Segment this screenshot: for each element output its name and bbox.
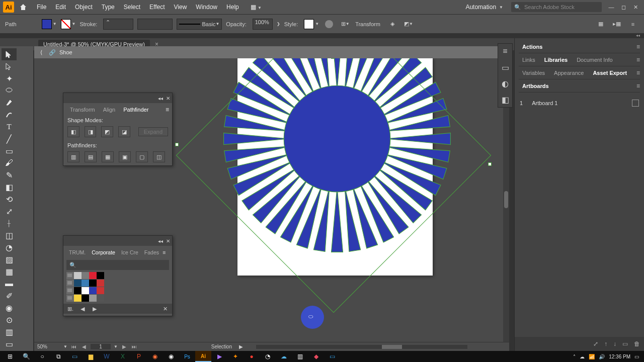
tray-cloud-icon[interactable]: ☁ [580,354,585,359]
eyedropper-tool[interactable]: ✐ [2,290,17,302]
menu-type[interactable]: Type [97,4,119,11]
outline-button[interactable]: ▢ [136,151,148,162]
tray-notifications-icon[interactable]: ▭ [634,354,639,359]
taskbar-powerpoint[interactable]: P [131,351,147,362]
actions-tab[interactable]: Actions [519,42,546,51]
cortana-icon[interactable]: ○ [34,351,50,362]
swatch[interactable] [82,295,89,302]
perspective-tool[interactable]: ▨ [2,253,17,265]
first-artboard-icon[interactable]: ⏮ [70,344,77,349]
scale-tool[interactable]: ⤢ [2,205,17,217]
home-icon[interactable] [19,3,27,11]
search-stock-input[interactable]: 🔍 Search Adobe Stock [511,2,602,12]
next-artboard-icon[interactable]: ▶ [121,344,128,349]
menu-help[interactable]: Help [222,4,244,11]
menu-select[interactable]: Select [119,4,145,11]
panel-toggle-icon[interactable]: ≡ [500,46,511,57]
swatch[interactable] [97,287,104,294]
taskbar-search-icon[interactable]: 🔍 [18,351,34,362]
bbox-handle-right[interactable] [488,162,492,166]
exclude-button[interactable]: ◪ [118,126,130,137]
maximize-button[interactable]: ◻ [618,3,629,12]
layers-icon[interactable]: ◧ [500,94,511,105]
taskview-icon[interactable]: ⧉ [50,351,66,362]
type-tool[interactable]: T [2,121,17,133]
close-button[interactable]: ✕ [630,3,641,12]
tray-clock[interactable]: 12:36 PM [609,354,630,359]
graph-tool[interactable]: ▥ [2,326,17,338]
taskbar-app3[interactable]: ✦ [227,351,244,362]
docinfo-tab[interactable]: Document Info [573,55,616,64]
swatch-tab-1[interactable]: Corporate [89,248,118,257]
curvature-tool[interactable] [2,109,17,121]
crop-button[interactable]: ▣ [119,151,131,162]
var-width-profile[interactable] [137,19,173,30]
prev-artboard-icon[interactable]: ◀ [80,344,88,349]
trim-button[interactable]: ▤ [85,151,97,162]
graphic-style-control[interactable]: ▼ [304,19,319,29]
zoom-level[interactable]: 50% [37,344,60,349]
stroke-color-control[interactable]: ▼ [61,19,76,29]
panel-close-icon[interactable]: ✕ [166,96,170,101]
taskbar-explorer[interactable]: ▆ [83,351,99,362]
eraser-tool[interactable]: ◧ [2,181,17,193]
taskbar-app7[interactable]: ▥ [292,351,308,362]
bbox-handle-left[interactable] [175,143,179,146]
zoom-dropdown[interactable]: ▼ [63,344,67,349]
swatch[interactable] [74,272,82,279]
taskbar-excel[interactable]: X [115,351,131,362]
delete-artboard-icon[interactable]: 🗑 [634,340,640,347]
taskbar-app8[interactable]: ◆ [308,351,324,362]
bbox-handle-top[interactable] [331,58,335,59]
opacity-input[interactable]: 100% [253,19,273,30]
swatch-tab-3[interactable]: Fades [142,248,162,257]
properties-icon[interactable]: ▭ [500,62,511,73]
pen-tool[interactable] [2,97,17,109]
line-tool[interactable]: ╱ [2,133,17,145]
paintbrush-tool[interactable]: 🖌 [2,157,17,169]
align-icon[interactable]: ⊞▼ [339,18,351,30]
swatch-search-input[interactable]: 🔍 [66,260,169,270]
menu-view[interactable]: View [170,4,192,11]
move-up-icon[interactable]: ↑ [604,340,607,347]
isolate-icon[interactable]: ◈ [386,18,398,30]
panel-collapse-icon[interactable]: ◂◂ [158,238,163,244]
menu-effect[interactable]: Effect [145,4,169,11]
swatch[interactable] [97,295,104,302]
swatch-tab-0[interactable]: TRUM. [66,248,88,257]
panel-close-icon[interactable]: ✕ [166,238,170,244]
swatch[interactable] [82,287,89,294]
snap-pixel-icon[interactable]: ▦ [595,18,607,30]
status-play-icon[interactable]: ▶ [239,344,243,349]
swatch[interactable] [89,280,97,287]
tray-volume-icon[interactable]: 🔊 [599,354,605,359]
appearance-tab[interactable]: Appearance [550,68,587,77]
swatch-next-icon[interactable]: ▶ [91,305,99,313]
taskbar-firefox[interactable]: ◉ [147,351,163,362]
new-artboard-icon[interactable]: ▭ [622,340,628,347]
rotate-tool[interactable]: ⟲ [2,193,17,205]
swatch[interactable] [89,272,97,279]
swatch[interactable] [97,280,104,287]
divide-button[interactable]: ▥ [67,151,79,162]
system-tray[interactable]: ˄ ☁ 📶 🔊 12:36 PM ▭ [573,354,642,359]
swatch-folder[interactable] [66,280,74,287]
color-icon[interactable]: ◐ [500,78,511,89]
tab-pathfinder[interactable]: Pathfinder [120,105,152,114]
rectangle-tool[interactable]: ▭ [2,145,17,157]
taskbar-app9[interactable]: ▭ [324,351,340,362]
arrange-docs-icon[interactable]: ▦ ▼ [251,4,262,11]
links-tab[interactable]: Links [519,55,539,64]
back-icon[interactable]: ⟨ [37,48,45,56]
taskbar-app6[interactable]: ☁ [276,351,292,362]
swatch-folder[interactable] [66,272,74,279]
symbol-sprayer-tool[interactable]: ⊙ [2,314,17,326]
swatch-menu-icon[interactable]: ≡ [163,249,166,255]
asset-export-tab[interactable]: Asset Export [589,68,630,77]
swatch[interactable] [82,280,89,287]
swatch-folder[interactable] [66,287,74,294]
canvas-horizontal-scrollbar[interactable] [256,345,467,349]
swatch[interactable] [74,295,82,302]
menu-file[interactable]: File [32,4,51,11]
minus-front-button[interactable]: ◨ [85,126,97,137]
